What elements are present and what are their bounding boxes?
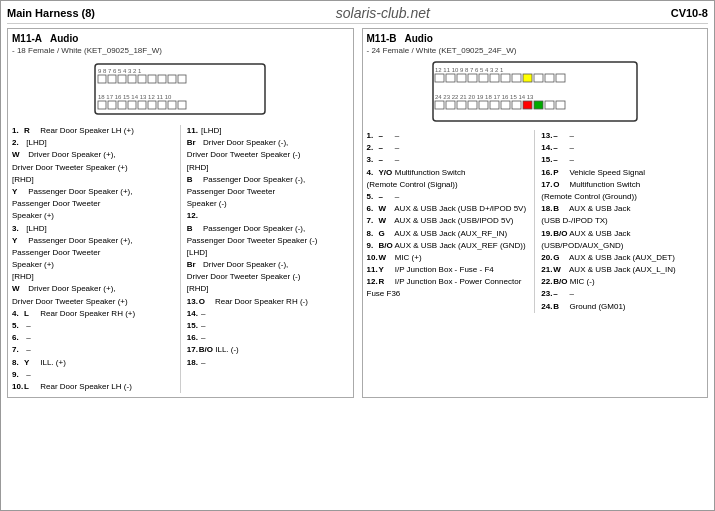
b-pin-10: 10.W MIC (+) (367, 252, 529, 263)
b-pin-13: 13.– – (541, 130, 703, 141)
svg-rect-44 (523, 101, 532, 109)
svg-rect-20 (178, 101, 186, 109)
m11b-pins: 1.– – 2.– – 3.– – 4.Y/O Multifunction Sw… (367, 130, 704, 313)
pin-18: 18. – (187, 357, 349, 368)
pin-2w: W Driver Door Speaker (+), (12, 149, 174, 160)
pin-4: 4.L Rear Door Speaker RH (+) (12, 308, 174, 319)
svg-rect-16 (138, 101, 146, 109)
svg-rect-43 (512, 101, 521, 109)
pin-12br: Br Driver Door Speaker (-), (187, 259, 349, 270)
m11b-id: M11-B (367, 33, 397, 44)
svg-rect-17 (148, 101, 156, 109)
m11a-pins-left: 1.R Rear Door Speaker LH (+) 2. [LHD] W … (12, 125, 174, 393)
pin-11b: B Passenger Door Speaker (-), (187, 174, 349, 185)
m11b-spec: - 24 Female / White (KET_09025_24F_W) (367, 46, 704, 55)
pin-11br: Br Driver Door Speaker (-), (187, 137, 349, 148)
svg-rect-37 (446, 101, 455, 109)
svg-rect-9 (168, 75, 176, 83)
svg-rect-36 (435, 101, 444, 109)
pin-6: 6. – (12, 332, 174, 343)
m11a-header: M11-A Audio (12, 33, 349, 44)
b-pin-16: 16.P Vehicle Speed Signal (541, 167, 703, 178)
m11b-title: Audio (405, 33, 433, 44)
svg-rect-14 (118, 101, 126, 109)
svg-rect-4 (118, 75, 126, 83)
svg-rect-46 (545, 101, 554, 109)
svg-rect-39 (468, 101, 477, 109)
svg-rect-38 (457, 101, 466, 109)
m11a-pins: 1.R Rear Door Speaker LH (+) 2. [LHD] W … (12, 125, 349, 393)
svg-rect-33 (545, 74, 554, 82)
svg-rect-45 (534, 101, 543, 109)
pin-9: 9. – (12, 369, 174, 380)
svg-rect-23 (435, 74, 444, 82)
b-pin-23: 23.– – (541, 288, 703, 299)
m11a-diagram: 9 8 7 6 5 4 3 2 1 18 17 16 15 14 13 12 1… (12, 59, 349, 119)
svg-rect-26 (468, 74, 477, 82)
b-pin-9: 9.B/O AUX & USB Jack (AUX_REF (GND)) (367, 240, 529, 251)
m11b-connector-svg: 12 11 10 9 8 7 6 5 4 3 2 1 (430, 59, 640, 124)
svg-rect-40 (479, 101, 488, 109)
b-pin-17: 17.O Multifunction Switch (541, 179, 703, 190)
b-pin-14: 14.– – (541, 142, 703, 153)
svg-text:24 23 22 21 20 19 18 17 16 15 : 24 23 22 21 20 19 18 17 16 15 14 13 (435, 94, 534, 100)
pin-2y: Y Passenger Door Speaker (+), (12, 186, 174, 197)
svg-rect-31 (523, 74, 532, 82)
page-code: CV10-8 (671, 7, 708, 19)
pin-16: 16. – (187, 332, 349, 343)
svg-rect-3 (108, 75, 116, 83)
m11a-id: M11-A (12, 33, 42, 44)
pin-3y: Y Passenger Door Speaker (+), (12, 235, 174, 246)
pin-12b: B Passenger Door Speaker (-), (187, 223, 349, 234)
svg-rect-28 (490, 74, 499, 82)
pin-2: 2. [LHD] (12, 137, 174, 148)
svg-rect-6 (138, 75, 146, 83)
pin-3: 3. [LHD] (12, 223, 174, 234)
svg-rect-41 (490, 101, 499, 109)
svg-rect-47 (556, 101, 565, 109)
top-bar: Main Harness (8) solaris-club.net CV10-8 (7, 5, 708, 24)
pin-15: 15. – (187, 320, 349, 331)
pin-14: 14. – (187, 308, 349, 319)
page-title: Main Harness (8) (7, 7, 95, 19)
b-pin-12: 12.R I/P Junction Box - Power Connector (367, 276, 529, 287)
b-pin-8: 8.G AUX & USB Jack (AUX_RF_IN) (367, 228, 529, 239)
m11a-col-divider (180, 125, 181, 393)
svg-rect-25 (457, 74, 466, 82)
m11a-pins-right: 11. [LHD] Br Driver Door Speaker (-), Dr… (187, 125, 349, 393)
svg-rect-27 (479, 74, 488, 82)
b-pin-15: 15.– – (541, 154, 703, 165)
website: solaris-club.net (336, 5, 430, 21)
b-pin-19: 19.B/O AUX & USB Jack (541, 228, 703, 239)
svg-text:9 8 7 6 5 4 3 2 1: 9 8 7 6 5 4 3 2 1 (98, 68, 142, 74)
svg-rect-2 (98, 75, 106, 83)
m11b-pins-right: 13.– – 14.– – 15.– – 16.P Vehicle Speed … (541, 130, 703, 313)
svg-rect-8 (158, 75, 166, 83)
b-pin-6: 6.W AUX & USB Jack (USB D+/IPOD 5V) (367, 203, 529, 214)
pin-13: 13.O Rear Door Speaker RH (-) (187, 296, 349, 307)
svg-rect-34 (556, 74, 565, 82)
m11b-col-divider (534, 130, 535, 313)
m11b-diagram: 12 11 10 9 8 7 6 5 4 3 2 1 (367, 59, 704, 124)
m11a-connector-svg: 9 8 7 6 5 4 3 2 1 18 17 16 15 14 13 12 1… (90, 59, 270, 119)
pin-8: 8.Y ILL. (+) (12, 357, 174, 368)
svg-rect-19 (168, 101, 176, 109)
b-pin-5: 5.– – (367, 191, 529, 202)
b-pin-21: 21.W AUX & USB Jack (AUX_L_IN) (541, 264, 703, 275)
m11a-section: M11-A Audio - 18 Female / White (KET_090… (7, 28, 354, 398)
m11b-pins-left: 1.– – 2.– – 3.– – 4.Y/O Multifunction Sw… (367, 130, 529, 313)
svg-rect-10 (178, 75, 186, 83)
svg-rect-7 (148, 75, 156, 83)
svg-rect-30 (512, 74, 521, 82)
svg-rect-12 (98, 101, 106, 109)
pin-10: 10.L Rear Door Speaker LH (-) (12, 381, 174, 392)
pin-1: 1.R Rear Door Speaker LH (+) (12, 125, 174, 136)
main-page: Main Harness (8) solaris-club.net CV10-8… (0, 0, 715, 511)
svg-rect-18 (158, 101, 166, 109)
pin-3w: W Driver Door Speaker (+), (12, 283, 174, 294)
svg-text:12 11 10 9  8  7  6  5  4  3  : 12 11 10 9 8 7 6 5 4 3 2 1 (435, 67, 504, 73)
m11a-spec: - 18 Female / White (KET_09025_18F_W) (12, 46, 349, 55)
b-pin-1: 1.– – (367, 130, 529, 141)
pin-17: 17.B/O ILL. (-) (187, 344, 349, 355)
svg-rect-13 (108, 101, 116, 109)
